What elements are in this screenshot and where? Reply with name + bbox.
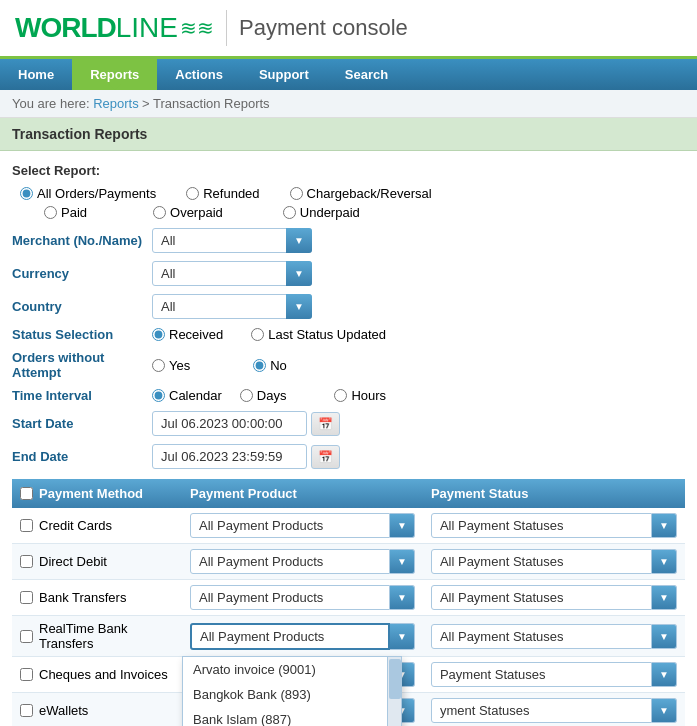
merchant-select[interactable]: All: [152, 228, 312, 253]
time-interval-row: Time Interval Calendar Days Hours: [12, 388, 685, 403]
radio-days[interactable]: Days: [240, 388, 287, 403]
radio-yes[interactable]: Yes: [152, 358, 190, 373]
breadcrumb-prefix: You are here:: [12, 96, 93, 111]
app-title: Payment console: [239, 15, 408, 41]
product-cell: ▼: [182, 508, 423, 544]
status-dd-btn-2[interactable]: ▼: [652, 585, 677, 610]
end-date-input[interactable]: [152, 444, 307, 469]
scrollbar-thumb: [389, 659, 401, 699]
status-dd-btn-4[interactable]: ▼: [652, 662, 677, 687]
status-selection-row: Status Selection Received Last Status Up…: [12, 327, 685, 342]
merchant-select-wrap: All: [152, 228, 312, 253]
nav-reports[interactable]: Reports: [72, 59, 157, 90]
status-cell: ▼: [423, 544, 685, 580]
radio-hours[interactable]: Hours: [334, 388, 386, 403]
select-all-methods-checkbox[interactable]: [20, 487, 33, 500]
start-date-calendar-button[interactable]: 📅: [311, 412, 340, 436]
nav-actions[interactable]: Actions: [157, 59, 241, 90]
table-row: RealTime Bank Transfers ▼ Arvato invoice…: [12, 616, 685, 657]
page-title: Transaction Reports: [12, 126, 147, 142]
logo-divider: [226, 10, 227, 46]
main-nav: Home Reports Actions Support Search: [0, 59, 697, 90]
country-select[interactable]: All: [152, 294, 312, 319]
nav-home[interactable]: Home: [0, 59, 72, 90]
method-cell: Cheques and Invoices: [20, 667, 174, 682]
product-dd-btn-0[interactable]: ▼: [390, 513, 415, 538]
col-product-header: Payment Product: [182, 479, 423, 508]
currency-select-wrap: All: [152, 261, 312, 286]
nav-search[interactable]: Search: [327, 59, 406, 90]
end-date-calendar-button[interactable]: 📅: [311, 445, 340, 469]
status-input-2[interactable]: [431, 585, 652, 610]
end-date-label: End Date: [12, 449, 152, 464]
status-dd-btn-5[interactable]: ▼: [652, 698, 677, 723]
merchant-row: Merchant (No./Name) All: [12, 228, 685, 253]
method-cell: Bank Transfers: [20, 590, 174, 605]
status-input-4[interactable]: [431, 662, 652, 687]
start-date-label: Start Date: [12, 416, 152, 431]
table-row: Bank Transfers ▼ ▼: [12, 580, 685, 616]
report-options: All Orders/Payments Refunded Chargeback/…: [12, 186, 685, 220]
product-input-0[interactable]: [190, 513, 390, 538]
dropdown-item[interactable]: Bangkok Bank (893): [183, 682, 401, 707]
dropdown-item[interactable]: Bank Islam (887): [183, 707, 401, 726]
method-checkbox-3[interactable]: [20, 630, 33, 643]
radio-refunded[interactable]: Refunded: [186, 186, 259, 201]
select-report-label: Select Report:: [12, 163, 685, 178]
method-label: RealTime Bank Transfers: [39, 621, 174, 651]
method-checkbox-5[interactable]: [20, 704, 33, 717]
merchant-label: Merchant (No./Name): [12, 233, 152, 248]
country-label: Country: [12, 299, 152, 314]
radio-received[interactable]: Received: [152, 327, 223, 342]
product-dd-btn-2[interactable]: ▼: [390, 585, 415, 610]
product-input-2[interactable]: [190, 585, 390, 610]
radio-last-status[interactable]: Last Status Updated: [251, 327, 386, 342]
page-title-bar: Transaction Reports: [0, 118, 697, 151]
product-dd-btn-1[interactable]: ▼: [390, 549, 415, 574]
product-cell: ▼: [182, 544, 423, 580]
method-label: Cheques and Invoices: [39, 667, 168, 682]
radio-overpaid[interactable]: Overpaid: [153, 205, 223, 220]
radio-paid[interactable]: Paid: [44, 205, 87, 220]
method-checkbox-4[interactable]: [20, 668, 33, 681]
radio-underpaid[interactable]: Underpaid: [283, 205, 360, 220]
radio-all-orders[interactable]: All Orders/Payments: [20, 186, 156, 201]
status-cell: ▼: [423, 693, 685, 727]
method-cell: Direct Debit: [20, 554, 174, 569]
country-select-wrap: All: [152, 294, 312, 319]
currency-select[interactable]: All: [152, 261, 312, 286]
product-input-1[interactable]: [190, 549, 390, 574]
method-label: Credit Cards: [39, 518, 112, 533]
status-input-5[interactable]: [431, 698, 652, 723]
status-dd-btn-3[interactable]: ▼: [652, 624, 677, 649]
radio-no[interactable]: No: [253, 358, 287, 373]
product-dd-btn-3[interactable]: ▼: [390, 623, 415, 650]
method-checkbox-0[interactable]: [20, 519, 33, 532]
dropdown-item[interactable]: Arvato invoice (9001): [183, 657, 401, 682]
status-dd-btn-0[interactable]: ▼: [652, 513, 677, 538]
status-dropdown-wrap-2: ▼: [431, 585, 677, 610]
product-cell: ▼: [182, 580, 423, 616]
start-date-input[interactable]: [152, 411, 307, 436]
product-input-3[interactable]: [190, 623, 390, 650]
status-input-3[interactable]: [431, 624, 652, 649]
method-checkbox-1[interactable]: [20, 555, 33, 568]
status-input-1[interactable]: [431, 549, 652, 574]
dropdown-scrollbar[interactable]: [387, 657, 401, 726]
breadcrumb-reports[interactable]: Reports: [93, 96, 139, 111]
time-interval-controls: Calendar Days Hours: [152, 388, 386, 403]
product-dropdown-list-3: Arvato invoice (9001) Bangkok Bank (893)…: [182, 656, 402, 726]
start-date-row: Start Date 📅: [12, 411, 685, 436]
status-cell: ▼: [423, 616, 685, 657]
main-content: Select Report: All Orders/Payments Refun…: [0, 151, 697, 726]
radio-chargeback[interactable]: Chargeback/Reversal: [290, 186, 432, 201]
product-dropdown-wrap-0: ▼: [190, 513, 415, 538]
radio-calendar[interactable]: Calendar: [152, 388, 222, 403]
table-row: Direct Debit ▼ ▼: [12, 544, 685, 580]
nav-support[interactable]: Support: [241, 59, 327, 90]
method-checkbox-2[interactable]: [20, 591, 33, 604]
orders-without-row: Orders without Attempt Yes No: [12, 350, 685, 380]
status-dd-btn-1[interactable]: ▼: [652, 549, 677, 574]
status-cell: ▼: [423, 580, 685, 616]
status-input-0[interactable]: [431, 513, 652, 538]
